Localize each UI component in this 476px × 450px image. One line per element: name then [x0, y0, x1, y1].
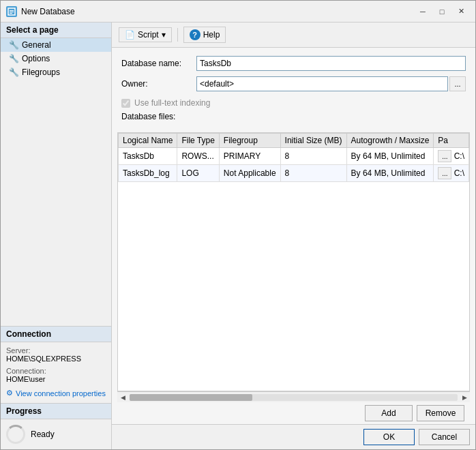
main-content: Select a page 🔧 General 🔧 Options 🔧 File… [1, 22, 475, 449]
add-button[interactable]: Add [365, 405, 413, 421]
connection-info: Server: HOME\SQLEXPRESS Connection: HOME… [1, 342, 111, 403]
window-controls: ─ □ ✕ [414, 5, 470, 18]
cell-logical-name-1: TasksDb_log [119, 165, 177, 182]
connection-value: HOME\user [6, 375, 106, 383]
maximize-button[interactable]: □ [433, 5, 451, 18]
cell-path-0: ... C:\ [434, 148, 469, 165]
connection-link-text: View connection properties [16, 389, 106, 397]
fulltext-checkbox [121, 99, 130, 108]
cell-file-type-0: ROWS... [177, 148, 219, 165]
cell-logical-name-0: TasksDb [119, 148, 177, 165]
window-icon [6, 6, 17, 17]
scrollbar-track[interactable] [130, 394, 458, 401]
sidebar-label-general: General [22, 40, 51, 50]
path-browse-btn-0[interactable]: ... [438, 150, 451, 162]
progress-header: Progress [1, 403, 111, 419]
fulltext-row: Use full-text indexing [121, 97, 466, 112]
bottom-buttons: OK Cancel [112, 424, 475, 449]
svg-rect-1 [10, 10, 14, 11]
horizontal-scrollbar[interactable]: ◀ ▶ [117, 391, 470, 402]
cell-filegroup-1: Not Applicable [219, 165, 280, 182]
window-title: New Database [21, 7, 75, 16]
progress-spinner [6, 425, 25, 444]
sidebar-item-general[interactable]: 🔧 General [1, 38, 111, 52]
sidebar-label-filegroups: Filegroups [22, 68, 60, 77]
database-files-table: Logical Name File Type Filegroup Initial… [118, 133, 469, 182]
col-file-type: File Type [177, 134, 219, 148]
new-database-window: New Database ─ □ ✕ Select a page 🔧 Gener… [0, 0, 476, 450]
content-main: Logical Name File Type Filegroup Initial… [112, 132, 475, 424]
connection-label: Connection: [6, 367, 106, 375]
cell-size-1: 8 [280, 165, 346, 182]
table-row: TasksDb_log LOG Not Applicable 8 By 64 M… [119, 165, 469, 182]
scroll-right-arrow[interactable]: ▶ [459, 392, 470, 403]
path-browse-btn-1[interactable]: ... [438, 167, 451, 179]
help-label: Help [203, 30, 220, 40]
script-icon: 📄 [125, 30, 135, 40]
table-row: TasksDb ROWS... PRIMARY 8 By 64 MB, Unli… [119, 148, 469, 165]
toolbar: 📄 Script ▾ ? Help [112, 22, 475, 48]
cell-size-0: 8 [280, 148, 346, 165]
wrench-icon-filegroups: 🔧 [9, 68, 19, 77]
cell-autogrowth-0: By 64 MB, Unlimited [346, 148, 434, 165]
script-label: Script [138, 30, 159, 40]
fulltext-label: Use full-text indexing [134, 98, 210, 108]
server-label: Server: [6, 346, 106, 355]
progress-status: Ready [31, 430, 55, 439]
connection-link-icon: ⚙ [6, 389, 13, 397]
help-button[interactable]: ? Help [183, 27, 226, 43]
owner-row: Owner: ... [121, 76, 466, 91]
form-area: Database name: Owner: ... Use full-text … [112, 48, 475, 132]
scroll-left-arrow[interactable]: ◀ [117, 392, 128, 403]
close-button[interactable]: ✕ [452, 5, 470, 18]
cell-file-type-1: LOG [177, 165, 219, 182]
title-bar: New Database ─ □ ✕ [1, 1, 475, 22]
table-body: TasksDb ROWS... PRIMARY 8 By 64 MB, Unli… [119, 148, 469, 182]
db-files-label: Database files: [121, 112, 466, 121]
db-name-input[interactable] [196, 56, 466, 71]
title-bar-left: New Database [6, 6, 75, 17]
script-dropdown-icon: ▾ [162, 30, 166, 40]
minimize-button[interactable]: ─ [414, 5, 432, 18]
col-path: Pa [434, 134, 469, 148]
help-icon: ? [190, 29, 200, 40]
scrollbar-thumb[interactable] [130, 394, 252, 401]
db-name-row: Database name: [121, 56, 466, 71]
col-initial-size: Initial Size (MB) [280, 134, 346, 148]
cell-path-1: ... C:\ [434, 165, 469, 182]
col-autogrowth: Autogrowth / Maxsize [346, 134, 434, 148]
sidebar: Select a page 🔧 General 🔧 Options 🔧 File… [1, 22, 112, 449]
table-container: Logical Name File Type Filegroup Initial… [117, 132, 470, 391]
wrench-icon-general: 🔧 [9, 40, 19, 50]
cell-filegroup-0: PRIMARY [219, 148, 280, 165]
owner-browse-button[interactable]: ... [449, 76, 466, 91]
svg-rect-2 [10, 12, 14, 12]
right-panel: 📄 Script ▾ ? Help Database name: Owner: [112, 22, 475, 449]
db-name-label: Database name: [121, 59, 196, 68]
remove-button[interactable]: Remove [417, 405, 464, 421]
progress-area: Ready [1, 419, 111, 449]
sidebar-bottom: Connection Server: HOME\SQLEXPRESS Conne… [1, 326, 111, 449]
sidebar-item-options[interactable]: 🔧 Options [1, 52, 111, 65]
col-filegroup: Filegroup [219, 134, 280, 148]
table-header: Logical Name File Type Filegroup Initial… [119, 134, 469, 148]
cancel-button[interactable]: Cancel [419, 429, 470, 445]
owner-label: Owner: [121, 79, 196, 89]
script-button[interactable]: 📄 Script ▾ [119, 27, 172, 42]
owner-input[interactable] [196, 76, 448, 91]
sidebar-item-filegroups[interactable]: 🔧 Filegroups [1, 65, 111, 79]
view-connection-link[interactable]: ⚙ View connection properties [6, 387, 106, 399]
server-value: HOME\SQLEXPRESS [6, 355, 106, 363]
col-logical-name: Logical Name [119, 134, 177, 148]
ok-button[interactable]: OK [363, 429, 415, 445]
svg-rect-3 [10, 13, 12, 14]
connection-header: Connection [1, 326, 111, 342]
toolbar-separator [177, 28, 178, 42]
wrench-icon-options: 🔧 [9, 54, 19, 63]
action-buttons: Add Remove [117, 402, 470, 424]
cell-autogrowth-1: By 64 MB, Unlimited [346, 165, 434, 182]
sidebar-label-options: Options [22, 54, 50, 63]
select-page-header: Select a page [1, 22, 111, 38]
